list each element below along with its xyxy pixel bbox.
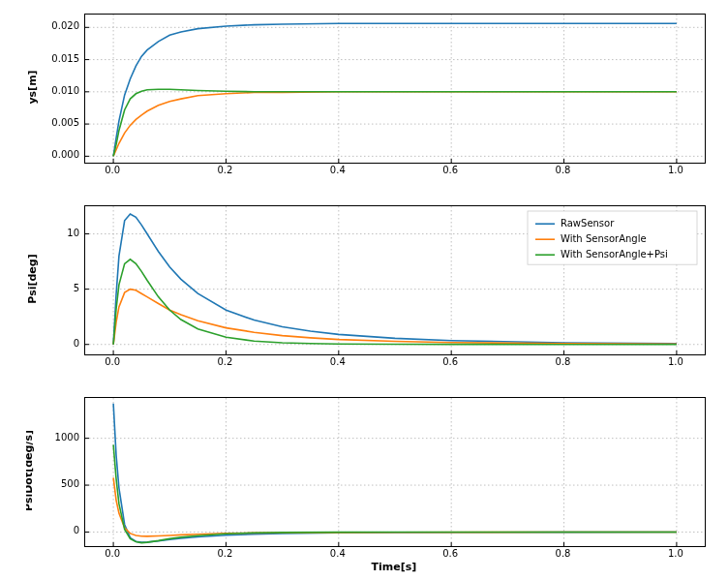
series-group-ys (113, 23, 677, 156)
ytick-label: 0.005 (51, 117, 79, 128)
xtick-label: 0.6 (442, 165, 458, 175)
xtick-label: 0.2 (218, 356, 233, 367)
ylabel-psi: Psi[deg] (26, 254, 39, 303)
yaxis-psi: 0510 Psi[deg] (26, 205, 84, 353)
ytick-label: 1000 (55, 432, 79, 443)
xtick-label: 0.2 (218, 548, 233, 559)
series-group-psidot (113, 404, 677, 543)
grid-psidot (85, 398, 705, 546)
xtick-label: 0.4 (330, 165, 346, 175)
xtick-label: 1.0 (668, 165, 683, 175)
legend-entry: With SensorAngle (561, 233, 647, 244)
ylabel-psidot: PsiDot[deg/s] (26, 430, 35, 511)
xtick-label: 0.8 (556, 356, 571, 367)
plot-psidot (84, 397, 706, 547)
xtick-label: 1.0 (668, 356, 683, 367)
xtick-label: 0.0 (105, 548, 120, 559)
yaxis-psidot: 05001000 PsiDot[deg/s] (26, 397, 84, 545)
series-with-sensorangle+psi (113, 444, 677, 542)
legend: RawSensorWith SensorAngleWith SensorAngl… (528, 211, 697, 264)
series-with-sensorangle+psi (113, 259, 677, 345)
ytick-label: 500 (61, 478, 79, 489)
xtick-label: 0.0 (105, 356, 120, 367)
ytick-label: 0.000 (51, 149, 79, 160)
series-with-sensorangle (113, 477, 677, 536)
xtick-label: 0.2 (218, 165, 233, 175)
ytick-label: 0.015 (51, 53, 79, 64)
ytick-label: 0.020 (51, 20, 79, 31)
xtick-label: 0.8 (556, 548, 571, 559)
series-with-sensorangle (113, 290, 677, 345)
legend-entry: RawSensor (561, 218, 615, 229)
ytick-label: 10 (67, 228, 79, 238)
xtick-label: 0.6 (442, 356, 458, 367)
xaxis-psi: 0.00.20.40.60.81.0 (84, 353, 704, 375)
xtick-label: 0.6 (442, 548, 458, 559)
xtick-label: 0.4 (330, 548, 346, 559)
panel-psi: RawSensorWith SensorAngleWith SensorAngl… (84, 205, 704, 353)
xtick-label: 0.4 (330, 356, 346, 367)
plot-psi: RawSensorWith SensorAngleWith SensorAngl… (84, 205, 706, 355)
ytick-label: 5 (74, 283, 79, 293)
xaxis-psidot: 0.00.20.40.60.81.0 Time[s] (84, 545, 704, 572)
series-rawsensor (113, 404, 677, 542)
ytick-label: 0 (74, 525, 79, 535)
panel-psidot: 05001000 PsiDot[deg/s] 0.00.20.40.60.81.… (84, 397, 704, 545)
xtick-label: 0.0 (105, 165, 120, 175)
xaxis-ys: 0.00.20.40.60.81.0 (84, 162, 704, 183)
legend-entry: With SensorAngle+Psi (561, 249, 668, 259)
ylabel-ys: ys[m] (26, 70, 39, 104)
ytick-label: 0.010 (51, 85, 79, 96)
xtick-label: 1.0 (668, 548, 683, 559)
series-with-sensorangle+psi (113, 89, 677, 156)
figure: 0.0000.0050.0100.0150.020 ys[m] 0.00.20.… (0, 0, 728, 580)
xlabel-time: Time[s] (372, 561, 417, 572)
xtick-label: 0.8 (556, 165, 571, 175)
yaxis-ys: 0.0000.0050.0100.0150.020 ys[m] (26, 14, 84, 162)
grid-ys (85, 15, 705, 163)
panel-ys: 0.0000.0050.0100.0150.020 ys[m] 0.00.20.… (84, 14, 704, 162)
ytick-label: 0 (74, 338, 79, 349)
plot-ys (84, 14, 706, 164)
